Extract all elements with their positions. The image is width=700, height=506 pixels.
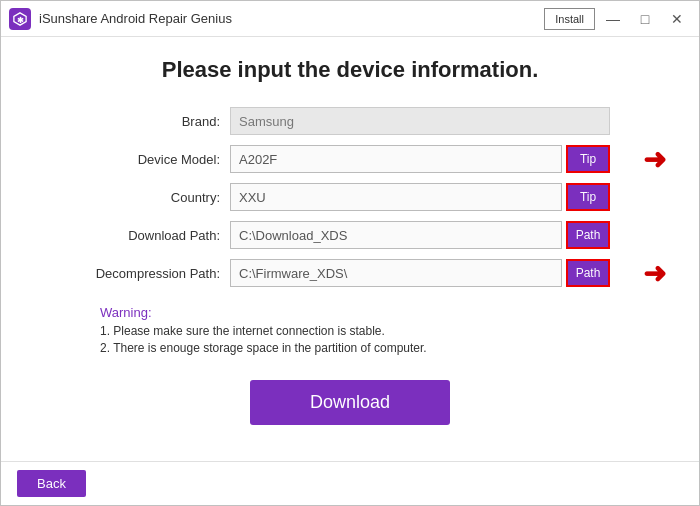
page-title: Please input the device information.	[31, 57, 669, 83]
device-model-input[interactable]	[230, 145, 562, 173]
arrow-icon-2: ➜	[643, 257, 666, 290]
device-model-label: Device Model:	[90, 152, 230, 167]
brand-row: Brand:	[90, 107, 610, 135]
maximize-button[interactable]: □	[631, 8, 659, 30]
decompression-path-label: Decompression Path:	[90, 266, 230, 281]
download-button[interactable]: Download	[250, 380, 450, 425]
device-model-row: Device Model: Tip ➜	[90, 145, 610, 173]
country-row: Country: Tip	[90, 183, 610, 211]
svg-text:✱: ✱	[17, 15, 24, 24]
warning-area: Warning: 1. Please make sure the interne…	[90, 305, 610, 358]
download-area: Download	[31, 380, 669, 425]
warning-line-1: 1. Please make sure the internet connect…	[100, 324, 610, 338]
install-button[interactable]: Install	[544, 8, 595, 30]
country-tip-button[interactable]: Tip	[566, 183, 610, 211]
main-content: Please input the device information. Bra…	[1, 37, 699, 461]
footer: Back	[1, 461, 699, 505]
brand-input[interactable]	[230, 107, 610, 135]
close-button[interactable]: ✕	[663, 8, 691, 30]
download-path-input[interactable]	[230, 221, 562, 249]
app-window: ✱ iSunshare Android Repair Genius Instal…	[0, 0, 700, 506]
form-area: Brand: Device Model: Tip ➜ Country: Tip …	[31, 107, 669, 287]
country-label: Country:	[90, 190, 230, 205]
app-logo: ✱	[9, 8, 31, 30]
device-model-tip-button[interactable]: Tip	[566, 145, 610, 173]
download-path-label: Download Path:	[90, 228, 230, 243]
arrow-icon-1: ➜	[643, 143, 666, 176]
decompression-path-input[interactable]	[230, 259, 562, 287]
decompression-path-button[interactable]: Path	[566, 259, 610, 287]
brand-label: Brand:	[90, 114, 230, 129]
app-title: iSunshare Android Repair Genius	[39, 11, 544, 26]
country-input[interactable]	[230, 183, 562, 211]
minimize-button[interactable]: —	[599, 8, 627, 30]
back-button[interactable]: Back	[17, 470, 86, 497]
warning-title: Warning:	[100, 305, 610, 320]
decompression-path-row: Decompression Path: Path ➜	[90, 259, 610, 287]
download-path-row: Download Path: Path	[90, 221, 610, 249]
download-path-button[interactable]: Path	[566, 221, 610, 249]
titlebar: ✱ iSunshare Android Repair Genius Instal…	[1, 1, 699, 37]
logo-icon: ✱	[13, 12, 27, 26]
titlebar-controls: Install — □ ✕	[544, 8, 691, 30]
warning-line-2: 2. There is enouge storage space in the …	[100, 341, 610, 355]
